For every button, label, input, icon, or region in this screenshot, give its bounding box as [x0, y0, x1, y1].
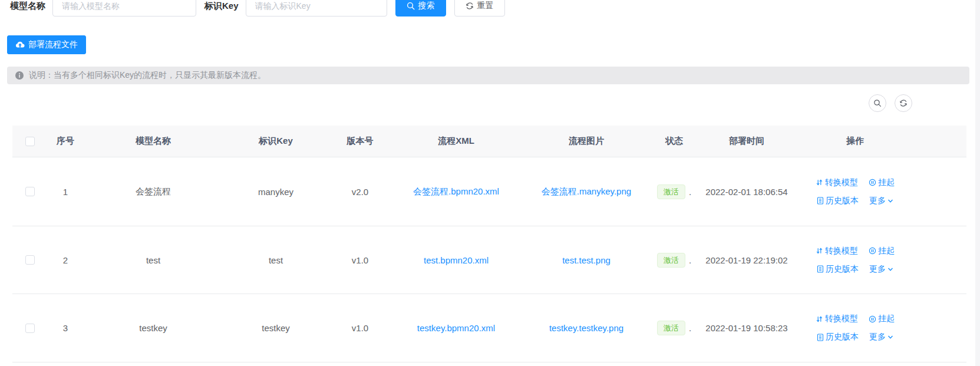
- document-icon: [817, 265, 824, 273]
- status-dot: .: [689, 323, 691, 333]
- header-image: 流程图片: [521, 136, 652, 147]
- suspend-button[interactable]: 挂起: [869, 177, 895, 188]
- cell-index: 2: [47, 255, 84, 265]
- refresh-table-button[interactable]: [895, 94, 912, 112]
- cell-version: v1.0: [329, 255, 391, 265]
- cell-index: 1: [47, 187, 84, 197]
- toggle-search-button[interactable]: [869, 94, 886, 112]
- cell-model-name: testkey: [84, 323, 223, 333]
- model-name-label: 模型名称: [10, 1, 45, 12]
- info-alert-text: 说明：当有多个相同标识Key的流程时，只显示其最新版本流程。: [29, 70, 266, 81]
- refresh-icon: [466, 2, 474, 10]
- reset-button[interactable]: 重置: [454, 0, 505, 17]
- sort-arrows-icon: [816, 247, 823, 255]
- search-icon: [407, 2, 415, 10]
- table-header-row: 序号 模型名称 标识Key 版本号 流程XML 流程图片 状态 部署时间 操作: [12, 126, 966, 157]
- suspend-button[interactable]: 挂起: [869, 314, 895, 324]
- reset-button-label: 重置: [477, 1, 494, 11]
- suspend-button[interactable]: 挂起: [869, 246, 895, 256]
- image-link[interactable]: 会签流程.manykey.png: [542, 186, 631, 197]
- convert-model-button[interactable]: 转换模型: [816, 314, 858, 324]
- cell-actions: 转换模型 挂起 历史版本 更多: [797, 314, 913, 342]
- table-row: 1 会签流程 manykey v2.0 会签流程.bpmn20.xml 会签流程…: [12, 157, 966, 226]
- pause-circle-icon: [869, 247, 876, 255]
- process-definition-table: 序号 模型名称 标识Key 版本号 流程XML 流程图片 状态 部署时间 操作 …: [12, 126, 966, 362]
- pause-circle-icon: [869, 179, 876, 186]
- table-toolbar: [869, 94, 912, 112]
- chevron-down-icon: [887, 198, 893, 204]
- row-checkbox[interactable]: [25, 187, 35, 196]
- header-xml: 流程XML: [391, 136, 521, 147]
- header-index: 序号: [47, 136, 84, 147]
- cell-version: v1.0: [329, 323, 391, 333]
- header-key: 标识Key: [223, 136, 329, 147]
- deploy-process-file-button[interactable]: 部署流程文件: [7, 35, 86, 54]
- row-checkbox[interactable]: [25, 255, 35, 265]
- key-input[interactable]: [246, 0, 387, 17]
- status-badge: 激活: [657, 321, 685, 335]
- cell-deploy-time: 2022-02-01 18:06:54: [697, 187, 797, 197]
- sort-arrows-icon: [816, 315, 823, 323]
- more-dropdown-button[interactable]: 更多: [869, 264, 893, 275]
- xml-link[interactable]: testkey.bpmn20.xml: [417, 323, 495, 333]
- info-alert: 说明：当有多个相同标识Key的流程时，只显示其最新版本流程。: [7, 67, 969, 84]
- cloud-upload-icon: [15, 41, 25, 49]
- header-status: 状态: [652, 136, 697, 147]
- cell-deploy-time: 2022-01-19 22:19:02: [697, 255, 797, 265]
- cell-deploy-time: 2022-01-19 10:58:23: [697, 323, 797, 333]
- cell-key: testkey: [223, 323, 329, 333]
- cell-actions: 转换模型 挂起 历史版本 更多: [797, 177, 913, 206]
- more-dropdown-button[interactable]: 更多: [869, 332, 893, 342]
- chevron-down-icon: [887, 266, 893, 272]
- search-icon: [873, 99, 882, 107]
- xml-link[interactable]: test.bpmn20.xml: [424, 255, 489, 265]
- cell-actions: 转换模型 挂起 历史版本 更多: [797, 246, 913, 275]
- status-badge: 激活: [657, 184, 685, 199]
- status-dot: .: [689, 255, 691, 265]
- cell-model-name: 会签流程: [84, 186, 223, 197]
- document-icon: [817, 197, 824, 205]
- more-dropdown-button[interactable]: 更多: [869, 196, 893, 206]
- cell-index: 3: [47, 323, 84, 333]
- history-versions-button[interactable]: 历史版本: [817, 264, 859, 275]
- cell-version: v2.0: [329, 187, 391, 197]
- deploy-button-label: 部署流程文件: [28, 39, 78, 50]
- cell-key: manykey: [223, 187, 329, 197]
- history-versions-button[interactable]: 历史版本: [817, 332, 859, 342]
- search-form: 模型名称 标识Key 搜索 重置: [10, 0, 505, 17]
- xml-link[interactable]: 会签流程.bpmn20.xml: [413, 186, 499, 197]
- pause-circle-icon: [869, 315, 876, 323]
- header-deploy-time: 部署时间: [697, 136, 797, 147]
- chevron-down-icon: [887, 334, 893, 340]
- search-button-label: 搜索: [418, 1, 435, 11]
- info-icon: [15, 71, 24, 80]
- refresh-icon: [899, 99, 908, 107]
- sort-arrows-icon: [816, 179, 823, 186]
- cell-model-name: test: [84, 255, 223, 265]
- image-link[interactable]: test.test.png: [562, 255, 611, 265]
- table-row: 3 testkey testkey v1.0 testkey.bpmn20.xm…: [12, 294, 966, 362]
- header-actions: 操作: [797, 136, 913, 147]
- page-scrollbar[interactable]: [975, 0, 980, 366]
- header-model-name: 模型名称: [84, 136, 223, 147]
- document-icon: [817, 334, 824, 341]
- row-checkbox[interactable]: [25, 324, 35, 333]
- key-label: 标识Key: [204, 1, 239, 12]
- status-badge: 激活: [657, 253, 685, 268]
- table-row: 2 test test v1.0 test.bpmn20.xml test.te…: [12, 226, 966, 294]
- image-link[interactable]: testkey.testkey.png: [549, 323, 623, 333]
- header-version: 版本号: [329, 136, 391, 147]
- select-all-checkbox[interactable]: [25, 137, 35, 146]
- convert-model-button[interactable]: 转换模型: [816, 246, 858, 256]
- cell-key: test: [223, 255, 329, 265]
- model-name-input[interactable]: [52, 0, 196, 17]
- convert-model-button[interactable]: 转换模型: [816, 177, 858, 188]
- history-versions-button[interactable]: 历史版本: [817, 196, 859, 206]
- status-dot: .: [689, 187, 691, 197]
- search-button[interactable]: 搜索: [395, 0, 446, 17]
